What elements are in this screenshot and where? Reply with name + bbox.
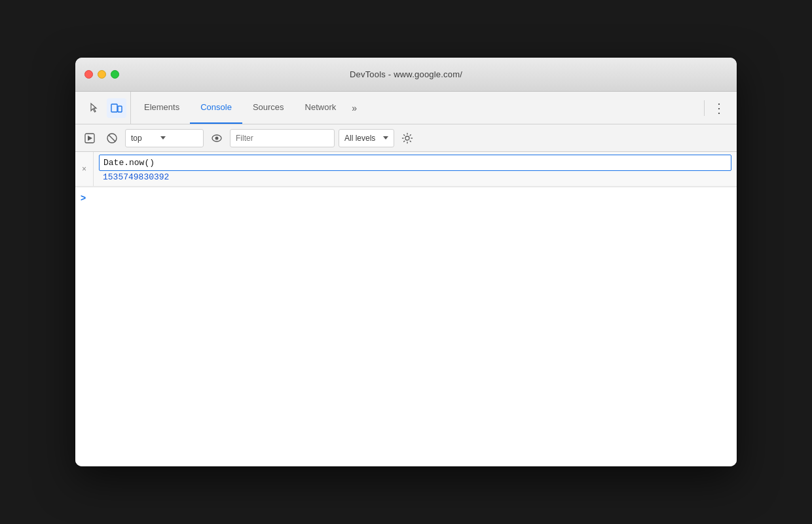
tab-network[interactable]: Network [295,92,347,124]
device-toolbar-button[interactable] [107,98,126,118]
tab-kebab-menu[interactable]: ⋮ [707,92,731,124]
svg-rect-1 [118,106,122,112]
tab-more-button[interactable]: » [346,92,362,124]
svg-line-5 [109,135,115,141]
execute-button[interactable] [81,129,99,147]
svg-point-8 [405,136,409,140]
tab-spacer [362,92,701,124]
settings-button[interactable] [398,129,416,147]
console-input[interactable] [99,155,731,171]
console-entry: × 1535749830392 [75,152,737,187]
console-result: 1535749830392 [99,171,731,183]
levels-selector[interactable]: All levels [339,129,394,147]
minimize-button[interactable] [98,70,106,79]
gear-icon [401,132,413,144]
eye-button[interactable] [208,129,226,147]
svg-marker-3 [88,136,92,141]
filter-input[interactable] [230,129,335,147]
devtools-window: DevTools - www.google.com/ Elements Cons… [75,58,737,466]
eye-icon [211,132,223,144]
tab-elements[interactable]: Elements [134,92,190,124]
console-toolbar: top All levels [75,124,737,152]
device-icon [111,102,122,114]
maximize-button[interactable] [111,70,119,79]
close-button[interactable] [84,70,93,79]
traffic-lights [84,70,119,79]
tab-bar-divider [704,100,705,116]
chevron-down-icon [160,136,166,140]
play-icon [84,132,96,144]
svg-point-7 [215,136,219,140]
tab-console[interactable]: Console [190,92,242,124]
devtools-tab-bar: Elements Console Sources Network » ⋮ [75,92,737,124]
clear-button[interactable] [103,129,121,147]
entry-body: 1535749830392 [94,152,737,186]
inspect-button[interactable] [84,98,104,118]
title-bar: DevTools - www.google.com/ [75,58,737,92]
svg-rect-0 [111,104,117,112]
levels-chevron-icon [383,136,388,140]
window-title: DevTools - www.google.com/ [350,69,462,79]
no-entry-icon [106,132,118,144]
cursor-icon [88,102,100,114]
context-selector[interactable]: top [125,129,204,147]
entry-close-button[interactable]: × [75,152,94,186]
tab-sources[interactable]: Sources [242,92,295,124]
prompt-arrow-icon[interactable]: > [81,193,86,203]
console-prompt-row: > [75,187,737,208]
console-content: × 1535749830392 > [75,152,737,466]
devtools-icon-group [81,92,131,124]
